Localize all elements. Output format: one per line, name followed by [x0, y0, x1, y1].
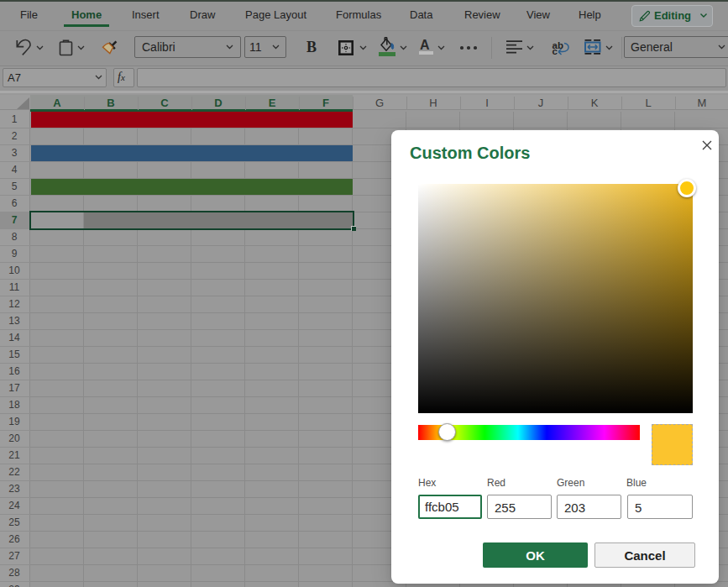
svg-text:c: c	[553, 46, 558, 56]
